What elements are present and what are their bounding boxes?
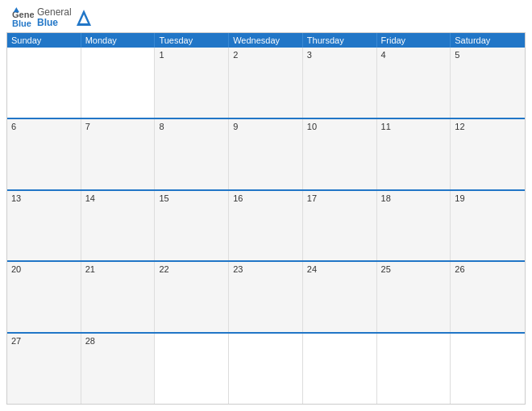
day-number: 22 xyxy=(159,264,168,274)
week-row-3: 20212223242526 xyxy=(7,260,525,332)
day-number: 3 xyxy=(307,50,312,60)
day-number: 19 xyxy=(455,193,464,203)
day-number: 18 xyxy=(381,193,391,203)
day-cell-w4-d3 xyxy=(229,334,303,404)
day-cell-w0-d4: 3 xyxy=(303,48,377,118)
header-thursday: Thursday xyxy=(303,33,377,48)
day-cell-w1-d5: 11 xyxy=(377,119,451,189)
logo-icon: General Blue xyxy=(11,6,34,29)
day-cell-w4-d2 xyxy=(155,334,229,404)
day-number: 9 xyxy=(233,122,238,131)
header-saturday: Saturday xyxy=(451,33,525,48)
day-number: 14 xyxy=(85,193,95,203)
day-number: 20 xyxy=(11,264,21,274)
day-cell-w4-d0: 27 xyxy=(7,334,81,404)
day-number: 11 xyxy=(381,122,391,131)
header-friday: Friday xyxy=(377,33,451,48)
day-cell-w2-d3: 16 xyxy=(229,191,303,261)
day-cell-w3-d2: 22 xyxy=(155,262,229,332)
day-cell-w1-d6: 12 xyxy=(451,119,525,189)
svg-text:Blue: Blue xyxy=(12,19,31,28)
day-cell-w0-d3: 2 xyxy=(229,48,303,118)
day-number: 8 xyxy=(159,122,164,131)
day-cell-w3-d1: 21 xyxy=(81,262,156,332)
day-number: 13 xyxy=(11,193,21,203)
day-cell-w0-d0 xyxy=(7,48,81,118)
week-row-1: 6789101112 xyxy=(7,118,525,189)
header: General Blue General Blue xyxy=(0,0,532,32)
header-sunday: Sunday xyxy=(7,33,81,48)
header-wednesday: Wednesday xyxy=(229,33,303,48)
day-number: 6 xyxy=(11,122,16,131)
day-number: 16 xyxy=(233,193,243,203)
day-cell-w2-d0: 13 xyxy=(7,191,81,261)
day-cell-w2-d2: 15 xyxy=(155,191,229,261)
day-cell-w4-d1: 28 xyxy=(81,334,156,404)
day-number: 27 xyxy=(11,336,21,346)
day-cell-w3-d6: 26 xyxy=(451,262,525,332)
day-cell-w3-d4: 24 xyxy=(303,262,377,332)
logo: General Blue General Blue xyxy=(11,6,91,29)
day-cell-w4-d4 xyxy=(303,334,377,404)
logo-triangle-icon xyxy=(77,9,91,27)
day-cell-w4-d5 xyxy=(377,334,451,404)
day-number: 10 xyxy=(307,122,317,131)
day-cell-w2-d6: 19 xyxy=(451,191,525,261)
day-cell-w4-d6 xyxy=(451,334,525,404)
day-number: 2 xyxy=(233,50,238,60)
day-number: 7 xyxy=(85,122,90,131)
day-number: 4 xyxy=(381,50,386,60)
weeks-container: 1234567891011121314151617181920212223242… xyxy=(7,48,525,404)
day-number: 21 xyxy=(85,264,95,274)
day-number: 5 xyxy=(455,50,459,60)
logo-text-blue: Blue xyxy=(37,18,72,28)
day-headers-row: Sunday Monday Tuesday Wednesday Thursday… xyxy=(7,33,525,48)
week-row-2: 13141516171819 xyxy=(7,189,525,261)
day-number: 25 xyxy=(381,264,391,274)
day-cell-w1-d4: 10 xyxy=(303,119,377,189)
day-number: 23 xyxy=(233,264,243,274)
day-number: 1 xyxy=(159,50,164,60)
week-row-0: 12345 xyxy=(7,48,525,118)
week-row-4: 2728 xyxy=(7,332,525,404)
day-cell-w1-d3: 9 xyxy=(229,119,303,189)
day-cell-w3-d5: 25 xyxy=(377,262,451,332)
day-cell-w0-d1 xyxy=(81,48,156,118)
day-cell-w2-d5: 18 xyxy=(377,191,451,261)
day-cell-w2-d4: 17 xyxy=(303,191,377,261)
calendar-page: General Blue General Blue Sunday Monday … xyxy=(0,0,532,411)
day-number: 15 xyxy=(159,193,168,203)
header-monday: Monday xyxy=(81,33,156,48)
day-number: 26 xyxy=(455,264,464,274)
day-number: 24 xyxy=(307,264,317,274)
day-cell-w0-d5: 4 xyxy=(377,48,451,118)
day-cell-w0-d2: 1 xyxy=(155,48,229,118)
day-cell-w0-d6: 5 xyxy=(451,48,525,118)
day-cell-w1-d1: 7 xyxy=(81,119,156,189)
day-number: 12 xyxy=(455,122,464,131)
day-cell-w1-d2: 8 xyxy=(155,119,229,189)
day-cell-w1-d0: 6 xyxy=(7,119,81,189)
day-cell-w3-d3: 23 xyxy=(229,262,303,332)
calendar-grid: Sunday Monday Tuesday Wednesday Thursday… xyxy=(6,32,526,405)
day-number: 28 xyxy=(85,336,95,346)
header-tuesday: Tuesday xyxy=(155,33,229,48)
day-number: 17 xyxy=(307,193,317,203)
day-cell-w3-d0: 20 xyxy=(7,262,81,332)
day-cell-w2-d1: 14 xyxy=(81,191,156,261)
